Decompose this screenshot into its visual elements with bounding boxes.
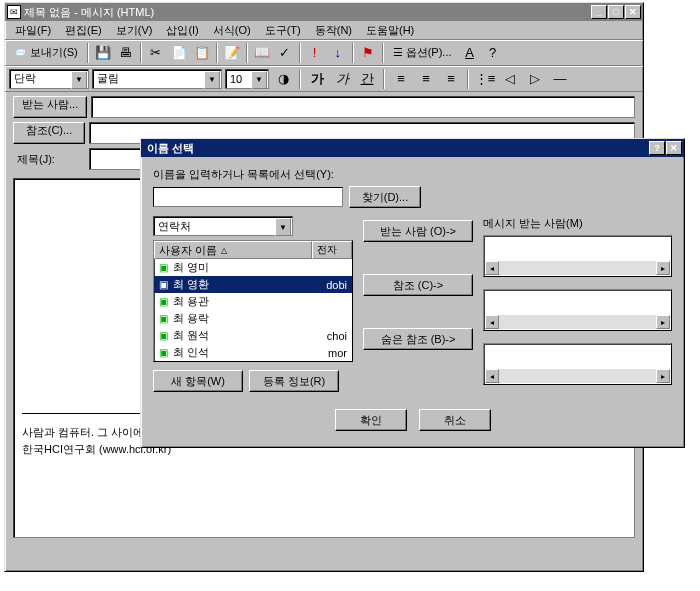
subject-label: 제목(J): xyxy=(13,152,85,167)
dialog-body: 이름을 입력하거나 목록에서 선택(Y): 찾기(D)... 연락처 사용자 이… xyxy=(141,157,684,441)
menu-actions[interactable]: 동작(N) xyxy=(309,22,358,39)
format-toolbar: 단락 굴림 10 ◑ 가 가 간 ≡ ≡ ≡ ⋮≡ ◁ ▷ — xyxy=(5,66,643,92)
list-item[interactable]: ▣최 인석mor xyxy=(154,344,352,361)
importance-low-button[interactable]: ↓ xyxy=(327,42,349,64)
copy-button[interactable]: 📄 xyxy=(168,42,190,64)
col-email[interactable]: 전자 xyxy=(312,241,352,259)
contact-icon: ▣ xyxy=(156,262,170,274)
contact-icon: ▣ xyxy=(156,313,170,325)
size-combo[interactable]: 10 xyxy=(225,69,269,89)
hr-button[interactable]: — xyxy=(549,68,571,90)
select-names-dialog: 이름 선택 ? ✕ 이름을 입력하거나 목록에서 선택(Y): 찾기(D)...… xyxy=(140,138,685,448)
dialog-help-button[interactable]: ? xyxy=(649,141,665,155)
cut-button[interactable]: ✂ xyxy=(145,42,167,64)
list-header: 사용자 이름△ 전자 xyxy=(154,241,352,259)
addressbook-button[interactable]: 📖 xyxy=(251,42,273,64)
scroll-left-icon[interactable]: ◂ xyxy=(485,261,499,275)
scroll-right-icon[interactable]: ▸ xyxy=(656,315,670,329)
font-color-button[interactable]: A xyxy=(459,42,481,64)
list-item[interactable]: ▣최 용락 xyxy=(154,310,352,327)
recipients-label: 메시지 받는 사람(M) xyxy=(483,216,672,231)
cc-list[interactable]: ◂▸ xyxy=(483,289,672,331)
align-center-button[interactable]: ≡ xyxy=(415,68,437,90)
menu-format[interactable]: 서식(O) xyxy=(207,22,257,39)
name-search-input[interactable] xyxy=(153,187,343,207)
sort-asc-icon: △ xyxy=(221,246,227,255)
importance-high-button[interactable]: ! xyxy=(304,42,326,64)
dialog-title: 이름 선택 xyxy=(143,141,649,156)
address-source-combo[interactable]: 연락처 xyxy=(153,216,293,236)
menu-file[interactable]: 파일(F) xyxy=(9,22,57,39)
font-combo[interactable]: 굴림 xyxy=(92,69,222,89)
italic-button[interactable]: 가 xyxy=(331,68,353,90)
list-item[interactable]: ▣최 원석choi xyxy=(154,327,352,344)
col-name[interactable]: 사용자 이름△ xyxy=(154,241,312,259)
find-button[interactable]: 찾기(D)... xyxy=(349,186,421,208)
contact-icon: ▣ xyxy=(156,330,170,342)
contact-icon: ▣ xyxy=(156,347,170,359)
contact-icon: ▣ xyxy=(156,279,170,291)
cc-button[interactable]: 참조(C)... xyxy=(13,122,85,144)
menu-help[interactable]: 도움말(H) xyxy=(360,22,420,39)
bold-button[interactable]: 가 xyxy=(306,68,328,90)
signature-button[interactable]: 📝 xyxy=(221,42,243,64)
paste-button[interactable]: 📋 xyxy=(191,42,213,64)
list-item[interactable]: ▣최 영미 xyxy=(154,259,352,276)
to-list[interactable]: ◂▸ xyxy=(483,235,672,277)
menu-edit[interactable]: 편집(E) xyxy=(59,22,108,39)
print-button[interactable]: 🖶 xyxy=(115,42,137,64)
scroll-left-icon[interactable]: ◂ xyxy=(485,369,499,383)
new-entry-button[interactable]: 새 항목(W) xyxy=(153,370,243,392)
send-button[interactable]: 📨보내기(S) xyxy=(7,42,84,64)
scroll-right-icon[interactable]: ▸ xyxy=(656,261,670,275)
minimize-button[interactable]: _ xyxy=(591,5,607,19)
underline-button[interactable]: 간 xyxy=(356,68,378,90)
list-item[interactable]: ▣최 영환dobi xyxy=(154,276,352,293)
to-button[interactable]: 받는 사람... xyxy=(13,96,87,118)
mail-icon: ✉ xyxy=(7,5,21,19)
to-field[interactable] xyxy=(91,96,635,118)
add-cc-button[interactable]: 참조 (C)-> xyxy=(363,274,473,296)
color-button[interactable]: ◑ xyxy=(272,68,294,90)
align-right-button[interactable]: ≡ xyxy=(440,68,462,90)
checknames-button[interactable]: ✓ xyxy=(274,42,296,64)
bcc-list[interactable]: ◂▸ xyxy=(483,343,672,385)
add-to-button[interactable]: 받는 사람 (O)-> xyxy=(363,220,473,242)
add-bcc-button[interactable]: 숨은 참조 (B)-> xyxy=(363,328,473,350)
flag-button[interactable]: ⚑ xyxy=(357,42,379,64)
align-left-button[interactable]: ≡ xyxy=(390,68,412,90)
compose-title: 제목 없음 - 메시지 (HTML) xyxy=(24,5,591,20)
menu-insert[interactable]: 삽입(I) xyxy=(160,22,204,39)
dialog-titlebar: 이름 선택 ? ✕ xyxy=(141,139,684,157)
scroll-right-icon[interactable]: ▸ xyxy=(656,369,670,383)
menu-view[interactable]: 보기(V) xyxy=(110,22,159,39)
options-button[interactable]: ☰옵션(P)... xyxy=(387,42,458,64)
scroll-left-icon[interactable]: ◂ xyxy=(485,315,499,329)
save-button[interactable]: 💾 xyxy=(92,42,114,64)
dialog-prompt: 이름을 입력하거나 목록에서 선택(Y): xyxy=(153,167,672,182)
send-icon: 📨 xyxy=(13,46,27,59)
list-item[interactable]: ▣최 용관 xyxy=(154,293,352,310)
bullets-button[interactable]: ⋮≡ xyxy=(474,68,496,90)
style-combo[interactable]: 단락 xyxy=(9,69,89,89)
outdent-button[interactable]: ◁ xyxy=(499,68,521,90)
compose-titlebar: ✉ 제목 없음 - 메시지 (HTML) _ □ ✕ xyxy=(5,3,643,21)
contact-icon: ▣ xyxy=(156,296,170,308)
options-icon: ☰ xyxy=(393,46,403,59)
menu-tools[interactable]: 도구(T) xyxy=(259,22,307,39)
menubar: 파일(F) 편집(E) 보기(V) 삽입(I) 서식(O) 도구(T) 동작(N… xyxy=(5,21,643,40)
cancel-button[interactable]: 취소 xyxy=(419,409,491,431)
properties-button[interactable]: 등록 정보(R) xyxy=(249,370,339,392)
help-button[interactable]: ? xyxy=(482,42,504,64)
maximize-button[interactable]: □ xyxy=(608,5,624,19)
dialog-close-button[interactable]: ✕ xyxy=(666,141,682,155)
close-button[interactable]: ✕ xyxy=(625,5,641,19)
names-listbox[interactable]: 사용자 이름△ 전자 ▣최 영미 ▣최 영환dobi ▣최 용관 ▣최 용락 ▣… xyxy=(153,240,353,362)
main-toolbar: 📨보내기(S) 💾 🖶 ✂ 📄 📋 📝 📖 ✓ ! ↓ ⚑ ☰옵션(P)... … xyxy=(5,40,643,66)
ok-button[interactable]: 확인 xyxy=(335,409,407,431)
indent-button[interactable]: ▷ xyxy=(524,68,546,90)
